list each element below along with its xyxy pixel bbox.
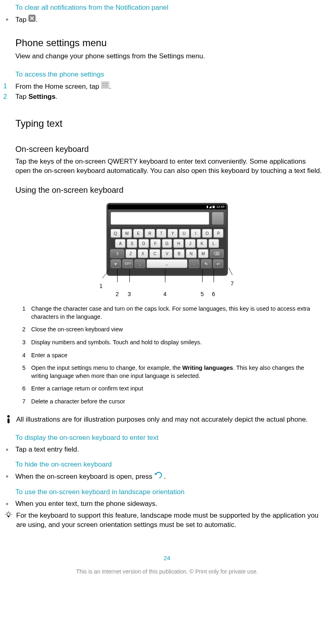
- legend-num: 5: [22, 364, 31, 372]
- svg-rect-10: [106, 87, 108, 87]
- step-clear-tap: • Tap .: [6, 15, 322, 25]
- kb-row-2: A S D F G H J K L: [111, 239, 224, 248]
- text-display: Tap a text entry field.: [15, 445, 322, 454]
- text-step1-suffix: .: [109, 83, 111, 90]
- text-step1-prefix: From the Home screen, tap: [15, 83, 101, 90]
- kb-key: L: [208, 239, 219, 248]
- svg-line-23: [6, 512, 7, 513]
- bullet-icon: •: [6, 15, 15, 24]
- bullet-icon: •: [6, 472, 15, 481]
- legend-text: Display numbers and symbols. Touch and h…: [31, 339, 322, 347]
- callout-2: 2: [116, 290, 119, 298]
- apps-grid-icon: [101, 81, 109, 92]
- side-button-box: [212, 212, 224, 225]
- legend-item: 4 Enter a space: [22, 352, 322, 360]
- period-key: .: [189, 259, 200, 268]
- warning-note: All illustrations are for illustration p…: [5, 415, 322, 426]
- svg-point-16: [7, 415, 10, 418]
- space-key: ⎵: [147, 259, 187, 268]
- step-number: 1: [3, 82, 15, 91]
- legend-text: Enter a carriage return or confirm text …: [31, 385, 322, 393]
- legend-text: Change the character case and turn on th…: [31, 305, 322, 321]
- kb-key: W: [122, 229, 132, 238]
- heading-clear-notifications: To clear all notifications from the Noti…: [15, 3, 334, 13]
- footer-text: This is an Internet version of this publ…: [0, 568, 334, 576]
- kb-key: Q: [111, 229, 121, 238]
- status-time: 12:45: [216, 205, 224, 209]
- legend-num: 1: [22, 305, 31, 313]
- step-landscape: • When you enter text, turn the phone si…: [6, 499, 322, 509]
- page-number: 24: [0, 554, 334, 562]
- kb-key: U: [179, 229, 189, 238]
- legend-num: 3: [22, 339, 31, 347]
- callout-7: 7: [231, 280, 234, 288]
- svg-rect-2: [102, 83, 104, 84]
- kb-key: I: [191, 229, 201, 238]
- legend-num: 2: [22, 326, 31, 334]
- kb-key: D: [138, 239, 149, 248]
- kb-key: V: [162, 249, 172, 258]
- tip-note: For the keyboard to support this feature…: [5, 511, 322, 530]
- kb-row-1: Q W E R T Y U I O P: [111, 229, 224, 238]
- svg-line-24: [11, 512, 11, 513]
- text-hide-prefix: When the on-screen keyboard is open, pre…: [15, 473, 154, 480]
- legend-text: Open the input settings menu to change, …: [31, 364, 322, 380]
- svg-rect-4: [106, 83, 108, 84]
- legend-item: 6 Enter a carriage return or confirm tex…: [22, 385, 322, 393]
- callout-1: 1: [100, 282, 103, 290]
- heading-phone-settings: Phone settings menu: [15, 36, 334, 49]
- lightbulb-icon: [5, 511, 12, 521]
- step-hide: • When the on-screen keyboard is open, p…: [6, 472, 322, 482]
- svg-rect-5: [102, 85, 104, 86]
- kb-row-4: ▾ 12!? , ⎵ . ✎ ↵: [111, 259, 224, 268]
- close-keyboard-key-icon: ▾: [111, 259, 121, 268]
- step-access-2: 2 Tap Settings.: [3, 92, 322, 102]
- kb-key: Z: [126, 249, 136, 258]
- legend-item: 5 Open the input settings menu to change…: [22, 364, 322, 380]
- comma-key: ,: [134, 259, 145, 268]
- tip-text: For the keyboard to support this feature…: [16, 511, 322, 530]
- text-input-box: [111, 212, 209, 225]
- phone-frame: ▮ ◢ ▣ 12:45 Q W E R T Y U I O P A S D: [106, 203, 228, 276]
- kb-key: N: [186, 249, 197, 258]
- kb-key: A: [115, 239, 126, 248]
- kb-key: X: [138, 249, 149, 258]
- legend-item: 2 Close the on-screen keyboard view: [22, 326, 322, 334]
- shift-key-icon: ⇧: [110, 249, 124, 258]
- kb-key: S: [127, 239, 137, 248]
- legend-num: 7: [22, 398, 31, 406]
- warning-text: All illustrations are for illustration p…: [16, 415, 308, 424]
- legend-text: Delete a character before the cursor: [31, 398, 322, 406]
- text-step2-prefix: Tap: [15, 93, 28, 100]
- symbols-key: 12!?: [122, 259, 133, 268]
- status-bar: ▮ ◢ ▣ 12:45: [108, 205, 226, 209]
- kb-key: P: [213, 229, 223, 238]
- step-access-1: 1 From the Home screen, tap .: [3, 82, 322, 92]
- heading-landscape: To use the on-screen keyboard in landsca…: [15, 488, 334, 497]
- callout-5: 5: [201, 290, 204, 298]
- kb-key: T: [156, 229, 166, 238]
- keyboard-rows: Q W E R T Y U I O P A S D F G H J K L: [108, 227, 226, 272]
- kb-key: C: [149, 249, 160, 258]
- kb-key: J: [185, 239, 196, 248]
- warning-icon: [5, 415, 12, 426]
- heading-using-osk: Using the on-screen keyboard: [15, 185, 334, 196]
- bullet-icon: •: [6, 445, 15, 454]
- legend-item: 1 Change the character case and turn on …: [22, 305, 322, 321]
- legend-num: 6: [22, 385, 31, 393]
- heading-hide-osk: To hide the on-screen keyboard: [15, 460, 334, 469]
- keyboard-legend: 1 Change the character case and turn on …: [22, 305, 322, 405]
- text-landscape: When you enter text, turn the phone side…: [15, 499, 322, 509]
- kb-key: K: [197, 239, 207, 248]
- kb-key: Y: [168, 229, 178, 238]
- svg-rect-3: [104, 83, 106, 84]
- kb-key: O: [202, 229, 212, 238]
- kb-key: R: [145, 229, 155, 238]
- heading-typing-text: Typing text: [15, 117, 334, 130]
- text-input-area: [108, 209, 226, 227]
- legend-item: 7 Delete a character before the cursor: [22, 398, 322, 406]
- heading-display-osk: To display the on-screen keyboard to ent…: [15, 433, 334, 443]
- svg-rect-6: [104, 85, 106, 86]
- text-step2-suffix: .: [55, 93, 57, 100]
- legend-text: Close the on-screen keyboard view: [31, 326, 322, 334]
